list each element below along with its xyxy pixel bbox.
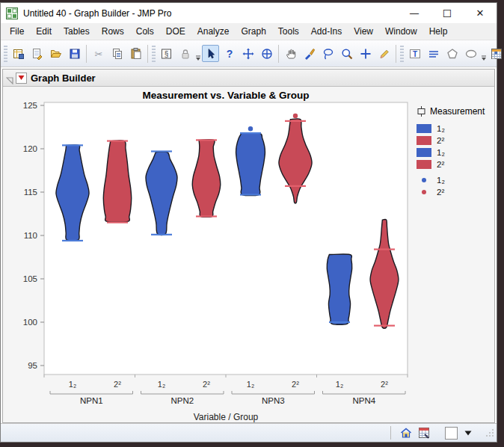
x-level-label: 1₂ — [247, 380, 254, 389]
violin-npn4-1[interactable] — [327, 254, 351, 324]
help-tool-icon[interactable]: ? — [221, 45, 238, 62]
window-selector-box[interactable] — [445, 427, 458, 440]
x-axis-title: Variable / Group — [194, 412, 259, 422]
move-tool-icon[interactable] — [239, 45, 256, 62]
cut-icon[interactable]: ✂ — [90, 45, 107, 62]
data-table-window-icon[interactable] — [488, 45, 504, 62]
dropdown-arrow-icon[interactable] — [461, 425, 476, 440]
x-group-label: NPN1 — [80, 396, 103, 405]
legend-swatch[interactable] — [417, 148, 431, 157]
y-tick-label: 125 — [23, 101, 37, 110]
plot-frame — [44, 102, 408, 374]
arrow-tool-icon[interactable] — [202, 45, 219, 62]
grabber-tool-icon[interactable] — [282, 45, 299, 62]
menu-help[interactable]: Help — [423, 24, 454, 39]
x-level-label: 2² — [203, 380, 210, 389]
brush-tool-icon[interactable] — [301, 45, 318, 62]
open-icon[interactable] — [47, 45, 64, 62]
x-group-bracket — [141, 391, 224, 394]
menu-tables[interactable]: Tables — [58, 24, 96, 39]
globe-tool-icon[interactable] — [258, 45, 275, 62]
outlier-point[interactable] — [293, 114, 298, 118]
svg-text:T: T — [412, 49, 417, 58]
copy-icon[interactable] — [108, 45, 126, 62]
legend-point[interactable] — [417, 178, 431, 182]
menu-file[interactable]: File — [4, 24, 30, 39]
y-tick-label: 105 — [23, 274, 37, 283]
menu-tools[interactable]: Tools — [272, 24, 305, 39]
paste-icon[interactable] — [127, 45, 144, 62]
toolbar-drag-handle[interactable] — [152, 46, 156, 62]
x-level-label: 2² — [292, 380, 299, 389]
resize-grip[interactable] — [485, 428, 495, 438]
minimize-button[interactable]: — — [398, 4, 431, 23]
maximize-button[interactable]: ☐ — [431, 4, 464, 23]
legend-entry[interactable]: 1₂ — [417, 174, 494, 186]
chart-title: Measurement vs. Variable & Group — [143, 90, 310, 101]
toolbar-overflow-icon[interactable] — [194, 43, 201, 64]
y-tick-label: 120 — [23, 144, 37, 153]
x-group-bracket — [232, 391, 315, 394]
x-group-label: NPN4 — [352, 396, 375, 405]
journal-box-icon[interactable]: § — [158, 45, 175, 62]
toolbar-drag-handle[interactable] — [400, 46, 404, 62]
save-icon[interactable] — [66, 45, 83, 62]
legend-swatch[interactable] — [417, 124, 431, 133]
new-journal-icon[interactable] — [28, 45, 46, 62]
toolbar-overflow-icon[interactable] — [480, 43, 487, 64]
oval-annotate-icon[interactable] — [462, 45, 479, 62]
graph-builder-header[interactable]: Graph Builder — [3, 70, 494, 87]
journal-table-icon[interactable] — [417, 425, 431, 440]
menu-window[interactable]: Window — [379, 24, 423, 39]
menu-view[interactable]: View — [348, 24, 379, 39]
menu-edit[interactable]: Edit — [30, 24, 58, 39]
x-group-label: NPN2 — [170, 396, 194, 405]
new-data-table-icon[interactable] — [10, 45, 27, 62]
menu-cols[interactable]: Cols — [130, 24, 160, 39]
toolbar: ✂§?T — [1, 40, 497, 67]
outlier-point[interactable] — [248, 126, 253, 131]
menu-graph[interactable]: Graph — [235, 24, 271, 39]
legend-swatch[interactable] — [417, 160, 431, 169]
line-annotate-icon[interactable] — [425, 45, 442, 62]
boxplot-glyph-icon — [417, 106, 426, 117]
panel-title: Graph Builder — [31, 73, 96, 84]
y-tick-label: 110 — [24, 231, 37, 240]
window-title: Untitled 40 - Graph Builder - JMP Pro — [23, 8, 398, 19]
title-bar: Untitled 40 - Graph Builder - JMP Pro — … — [1, 3, 497, 23]
crosshair-tool-icon[interactable] — [357, 45, 374, 62]
polygon-annotate-icon[interactable] — [443, 45, 461, 62]
toolbar-separator — [86, 45, 87, 63]
legend-entry[interactable]: 2² — [417, 186, 494, 198]
lock-icon[interactable] — [176, 45, 194, 62]
legend-entry[interactable]: 2² — [417, 158, 494, 170]
statusbar-separator — [390, 426, 391, 440]
red-triangle-menu-icon[interactable] — [16, 73, 27, 84]
legend-swatch[interactable] — [417, 136, 431, 145]
disclosure-triangle-icon[interactable] — [6, 74, 13, 81]
jmp-window: Untitled 40 - Graph Builder - JMP Pro — … — [0, 2, 497, 443]
menu-bar: FileEditTablesRowsColsDOEAnalyzeGraphToo… — [1, 23, 497, 40]
lasso-tool-icon[interactable] — [319, 45, 336, 62]
menu-analyze[interactable]: Analyze — [191, 24, 236, 39]
text-annotate-icon[interactable]: T — [406, 45, 423, 62]
toolbar-drag-handle[interactable] — [4, 46, 7, 62]
svg-text:✂: ✂ — [94, 49, 102, 60]
legend-entry[interactable]: 2² — [417, 135, 494, 147]
y-tick-label: 100 — [23, 318, 37, 327]
magnifier-tool-icon[interactable] — [338, 45, 355, 62]
close-button[interactable]: ✕ — [464, 4, 497, 23]
status-bar — [1, 423, 497, 442]
home-icon[interactable] — [399, 425, 414, 440]
legend-entry[interactable]: 1₂ — [417, 123, 494, 135]
y-tick-label: 95 — [28, 361, 37, 370]
legend-point[interactable] — [417, 190, 431, 194]
menu-rows[interactable]: Rows — [96, 24, 130, 39]
jmp-app-icon — [6, 7, 18, 19]
menu-addins[interactable]: Add-Ins — [305, 24, 348, 39]
x-level-label: 1₂ — [69, 380, 76, 389]
menu-doe[interactable]: DOE — [160, 24, 191, 39]
annotate-tool-icon[interactable] — [375, 45, 393, 62]
chart-legend: Measurement1₂2²1₂2²1₂2² — [417, 106, 494, 198]
legend-entry[interactable]: 1₂ — [417, 147, 494, 158]
